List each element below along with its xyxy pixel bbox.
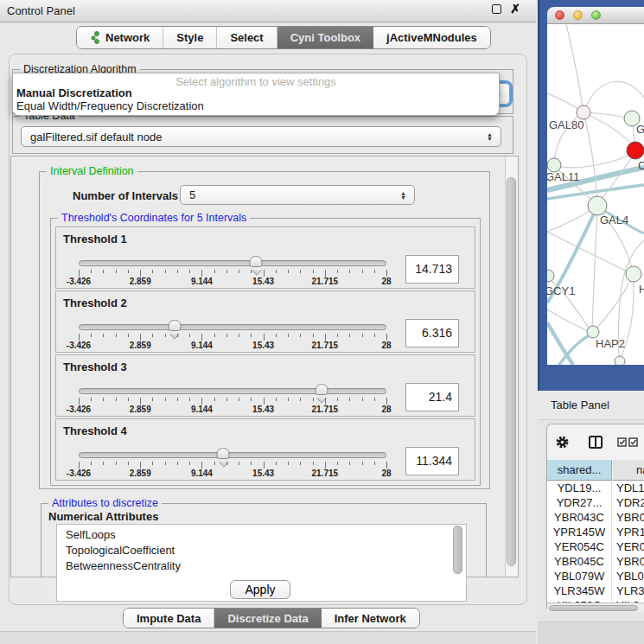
table-row[interactable]: YPR145WYPR1: [547, 525, 644, 539]
combobox-stepper-icon[interactable]: ▲▼: [487, 132, 493, 141]
tab-jactivemnodules[interactable]: jActiveMNodules: [373, 27, 490, 48]
algorithm-dropdown-popup: Select algorithm to view settings Manual…: [12, 73, 500, 116]
threshold-2-slider[interactable]: [79, 324, 386, 330]
network-node[interactable]: [627, 142, 644, 159]
checkbox-checked-icon[interactable]: [617, 437, 627, 447]
network-window-titlebar[interactable]: [547, 7, 644, 24]
tab-infer-network-label: Infer Network: [335, 612, 406, 625]
threshold-1-value[interactable]: 14.713: [405, 255, 459, 284]
threshold-1-label: Threshold 1: [63, 233, 127, 245]
table-row[interactable]: YER054CYER0: [547, 539, 644, 554]
tab-style-label: Style: [176, 31, 203, 44]
tab-cyni-toolbox-label: Cyni Toolbox: [290, 31, 360, 44]
tab-select[interactable]: Select: [217, 27, 277, 48]
threshold-4-slider-thumb[interactable]: [217, 448, 230, 459]
slider-tick-labels: -3.4262.8599.14415.4321.71528: [79, 277, 386, 287]
apply-button[interactable]: Apply: [230, 580, 290, 599]
table-panel-header: Table Panel: [538, 391, 644, 420]
table-row[interactable]: YBL079WYBL0: [547, 569, 644, 583]
tab-network-label: Network: [105, 31, 150, 44]
list-item[interactable]: SelfLoops: [66, 527, 466, 543]
control-panel-titlebar: Control Panel ✗: [0, 0, 536, 22]
network-node[interactable]: [626, 266, 641, 282]
table-row[interactable]: YBR045CYBR0: [547, 554, 644, 569]
split-columns-icon[interactable]: [589, 436, 603, 449]
list-item[interactable]: TopologicalCoefficient: [66, 543, 466, 558]
tab-discretize-data[interactable]: Discretize Data: [214, 609, 321, 628]
slider-tick-labels: -3.4262.8599.14415.4321.71528: [79, 469, 386, 479]
slider-tick-labels: -3.4262.8599.14415.4321.71528: [79, 405, 386, 415]
float-window-icon[interactable]: [492, 4, 501, 14]
column-header-shared-name[interactable]: shared...: [547, 460, 612, 481]
column-header-name[interactable]: na: [613, 460, 644, 481]
numerical-attributes-label: Numerical Attributes: [48, 510, 158, 523]
table-row[interactable]: YDL19...YDL1: [547, 481, 644, 495]
threshold-3-slider-thumb[interactable]: [315, 384, 328, 395]
interval-definition-title: Interval Definition: [47, 165, 137, 177]
threshold-2-value[interactable]: 6.316: [405, 319, 459, 348]
zoom-traffic-light-icon[interactable]: [591, 10, 601, 20]
combobox-stepper-icon[interactable]: ▲▼: [400, 191, 406, 200]
table-data-selected-value: galFiltered.sif default node: [30, 131, 162, 143]
dropdown-option-equal-width-frequency[interactable]: Equal Width/Frequency Discretization: [13, 99, 499, 112]
tab-style[interactable]: Style: [163, 27, 217, 48]
network-node[interactable]: [615, 356, 625, 365]
table-rows[interactable]: YDL19...YDL1YDR27...YDR2YBR043CYBR0YPR14…: [547, 481, 644, 603]
network-node-label: HAP2: [596, 337, 625, 350]
table-hscrollbar-track[interactable]: [547, 603, 644, 612]
minimize-traffic-light-icon[interactable]: [573, 10, 583, 20]
table-row[interactable]: YLR345WYLR3: [547, 583, 644, 598]
tab-network[interactable]: Network: [77, 27, 163, 48]
network-node[interactable]: [577, 105, 590, 119]
tab-impute-data[interactable]: Impute Data: [124, 609, 214, 628]
network-node-label: GA: [636, 123, 644, 136]
table-row[interactable]: YBR043CYBR0: [547, 510, 644, 525]
tab-impute-data-label: Impute Data: [137, 612, 201, 625]
threshold-3-value[interactable]: 21.4: [405, 383, 459, 411]
close-traffic-light-icon[interactable]: [555, 10, 564, 20]
threshold-2-slider-thumb[interactable]: [168, 320, 181, 331]
network-node[interactable]: [547, 270, 554, 282]
gear-icon[interactable]: [555, 435, 570, 450]
threshold-3-slider[interactable]: [79, 388, 386, 394]
threshold-1-slider-thumb[interactable]: [250, 256, 263, 267]
network-node-label: GAL11: [547, 170, 580, 183]
threshold-2-label: Threshold 2: [63, 296, 127, 309]
attributes-list-scrollbar-thumb[interactable]: [453, 526, 462, 574]
network-canvas[interactable]: GAL80GACGAL11GAL4GCY1HHAP2: [547, 24, 644, 365]
slider-tick-labels: -3.4262.8599.14415.4321.71528: [79, 341, 386, 351]
network-node[interactable]: [588, 196, 607, 215]
control-panel-title: Control Panel: [7, 4, 75, 17]
network-node-label: GAL4: [600, 214, 628, 226]
tab-infer-network[interactable]: Infer Network: [322, 609, 419, 628]
close-icon[interactable]: ✗: [510, 4, 520, 14]
control-panel-tabbar: Network Style Select Cyni Toolbox jActiv…: [76, 26, 491, 49]
threshold-1-slider[interactable]: [79, 260, 386, 266]
threshold-3-panel: Threshold 3 -3.4262.8599.14415.4321.7152…: [55, 354, 475, 417]
settings-scrollbar-thumb[interactable]: [507, 177, 516, 566]
checkbox-checked-icon[interactable]: [628, 437, 638, 447]
number-of-intervals-label: Number of Intervals: [73, 189, 178, 202]
number-of-intervals-select[interactable]: 5 ▲▼: [180, 185, 415, 205]
dropdown-option-manual-discretization[interactable]: Manual Discretization: [13, 86, 499, 99]
cyni-bottom-tabbar: Impute Data Discretize Data Infer Networ…: [123, 608, 420, 628]
thresholds-group-title: Threshold's Coordinates for 5 Intervals: [58, 212, 250, 224]
table-hscrollbar-thumb[interactable]: [549, 605, 638, 611]
slider-ticks: [79, 270, 386, 277]
slider-ticks: [79, 462, 386, 469]
table-panel-toolbar: [547, 425, 644, 458]
threshold-2-panel: Threshold 2 -3.4262.8599.14415.4321.7152…: [55, 290, 475, 353]
network-node-label: GCY1: [547, 284, 575, 297]
table-row[interactable]: YDR27...YDR2: [547, 495, 644, 510]
list-item[interactable]: BetweennessCentrality: [66, 558, 466, 574]
tab-jactivemnodules-label: jActiveMNodules: [386, 31, 477, 44]
network-node[interactable]: [587, 326, 599, 338]
tab-cyni-toolbox[interactable]: Cyni Toolbox: [277, 27, 373, 48]
threshold-4-slider[interactable]: [79, 452, 386, 458]
network-node-label: C: [638, 159, 644, 172]
threshold-4-value[interactable]: 11.344: [405, 447, 459, 475]
threshold-4-label: Threshold 4: [63, 424, 127, 437]
network-node-label: GAL80: [549, 118, 583, 131]
table-data-select[interactable]: galFiltered.sif default node ▲▼: [21, 126, 501, 147]
network-icon: [90, 31, 101, 44]
